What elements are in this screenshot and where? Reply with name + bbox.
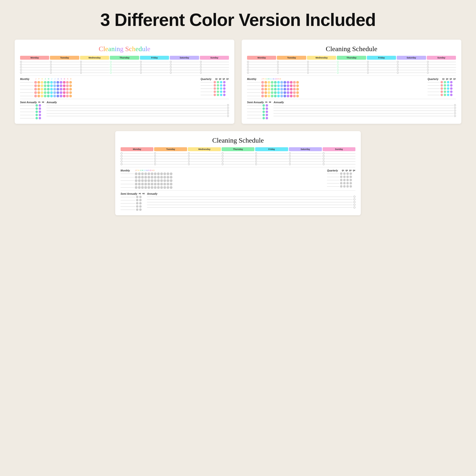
check[interactable] (221, 160, 223, 162)
check[interactable] (255, 155, 257, 157)
h1-dot-p[interactable] (262, 111, 265, 113)
check[interactable] (50, 64, 52, 66)
q-dot-g[interactable] (343, 172, 346, 175)
annually-check-g[interactable] (354, 206, 356, 208)
monthly-dot[interactable] (66, 88, 69, 90)
check[interactable] (154, 160, 156, 162)
q-dot-p[interactable] (447, 87, 449, 90)
q-dot-p[interactable] (441, 87, 443, 90)
q-dot-g[interactable] (343, 185, 346, 187)
check[interactable] (427, 64, 429, 66)
check[interactable] (200, 66, 202, 68)
h2-dot[interactable] (39, 117, 41, 119)
check[interactable] (323, 163, 324, 165)
check[interactable] (170, 72, 172, 74)
annually-check[interactable] (227, 112, 229, 114)
check[interactable] (367, 61, 369, 63)
monthly-dot[interactable] (63, 85, 66, 87)
monthly-dot-g[interactable] (154, 172, 156, 175)
check[interactable] (247, 61, 249, 63)
check[interactable] (200, 61, 202, 63)
check[interactable] (289, 160, 291, 162)
check[interactable] (200, 64, 202, 66)
monthly-dot[interactable] (60, 81, 62, 84)
monthly-dot[interactable] (41, 91, 43, 94)
q-dot[interactable] (214, 84, 216, 86)
monthly-dot[interactable] (44, 85, 47, 87)
h2-dot-g[interactable] (139, 208, 142, 211)
q-dot[interactable] (220, 87, 222, 90)
annually-check-p[interactable] (454, 104, 456, 106)
check[interactable] (277, 61, 279, 63)
h2-dot-g[interactable] (139, 199, 142, 201)
check[interactable] (255, 153, 257, 154)
h1-dot[interactable] (35, 117, 38, 119)
q-dot[interactable] (214, 94, 216, 96)
check[interactable] (277, 64, 279, 66)
monthly-dot[interactable] (66, 91, 69, 94)
check[interactable] (20, 72, 22, 74)
monthly-dot[interactable] (63, 81, 66, 84)
check[interactable] (140, 64, 142, 66)
monthly-dot-g[interactable] (157, 172, 160, 175)
check[interactable] (247, 69, 249, 71)
h2-dot-p[interactable] (266, 111, 268, 113)
monthly-dot-g[interactable] (167, 172, 169, 175)
h1-dot-g[interactable] (136, 205, 138, 208)
q-dot[interactable] (223, 81, 225, 84)
monthly-dot-g[interactable] (160, 172, 163, 175)
check[interactable] (427, 69, 429, 71)
check[interactable] (20, 64, 22, 66)
check[interactable] (221, 163, 223, 165)
monthly-dot[interactable] (60, 91, 62, 94)
q-dot-p[interactable] (444, 84, 446, 86)
check[interactable] (247, 64, 249, 66)
check[interactable] (50, 72, 52, 74)
h2-dot-p[interactable] (266, 114, 268, 116)
monthly-dot[interactable] (66, 85, 69, 87)
monthly-dot[interactable] (69, 81, 72, 84)
q-dot[interactable] (214, 87, 216, 90)
check[interactable] (337, 64, 339, 66)
check[interactable] (397, 69, 399, 71)
q-dot-g[interactable] (340, 185, 342, 187)
check[interactable] (140, 61, 142, 63)
monthly-dot[interactable] (34, 91, 37, 94)
check[interactable] (397, 66, 399, 68)
q-dot-p[interactable] (450, 84, 453, 86)
check[interactable] (307, 61, 309, 63)
check[interactable] (323, 158, 324, 160)
monthly-dot[interactable] (44, 88, 47, 90)
check[interactable] (367, 64, 369, 66)
check[interactable] (247, 66, 249, 68)
monthly-dot[interactable] (66, 81, 69, 84)
check[interactable] (170, 66, 172, 68)
q-dot[interactable] (214, 81, 216, 84)
q-dot-g[interactable] (350, 185, 352, 187)
h2-dot-p[interactable] (266, 104, 268, 107)
check[interactable] (255, 160, 257, 162)
check[interactable] (50, 69, 52, 71)
q-dot-g[interactable] (343, 176, 346, 178)
check[interactable] (397, 64, 399, 66)
check[interactable] (120, 163, 122, 165)
check[interactable] (337, 72, 339, 74)
h2-dot-g[interactable] (139, 196, 142, 198)
check[interactable] (50, 61, 52, 63)
q-dot-g[interactable] (340, 176, 342, 178)
q-dot-g[interactable] (346, 185, 349, 187)
monthly-dot[interactable] (41, 81, 43, 84)
monthly-dot[interactable] (50, 95, 53, 97)
check[interactable] (397, 61, 399, 63)
monthly-dot[interactable] (56, 81, 59, 84)
check[interactable] (367, 69, 369, 71)
monthly-dot-g[interactable] (141, 172, 144, 175)
h2-dot-g[interactable] (139, 202, 142, 204)
monthly-dot[interactable] (66, 95, 69, 97)
monthly-dot[interactable] (53, 91, 56, 94)
check[interactable] (140, 69, 142, 71)
check[interactable] (255, 163, 257, 165)
q-dot-p[interactable] (450, 94, 453, 96)
monthly-dot-g[interactable] (163, 172, 166, 175)
monthly-dot-g[interactable] (138, 172, 141, 175)
